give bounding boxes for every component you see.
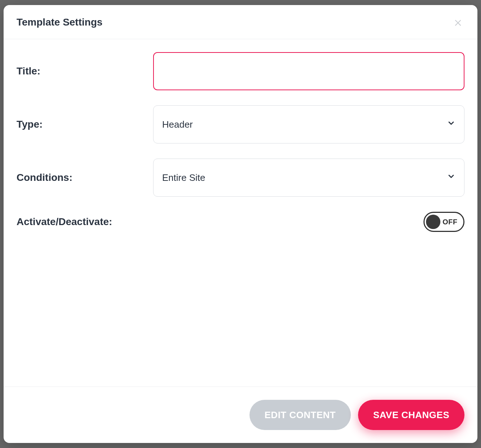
form-row-conditions: Conditions: Entire Site <box>17 159 464 197</box>
activate-toggle[interactable]: OFF <box>423 212 464 232</box>
save-changes-button[interactable]: Save Changes <box>358 400 464 430</box>
conditions-label: Conditions: <box>17 172 153 183</box>
form-row-title: Title: <box>17 52 464 90</box>
modal-header: Template Settings <box>4 5 477 39</box>
activate-label: Activate/Deactivate: <box>17 216 112 228</box>
conditions-select-value: Entire Site <box>162 172 205 183</box>
conditions-select[interactable]: Entire Site <box>153 159 464 197</box>
title-label: Title: <box>17 65 153 77</box>
edit-content-button[interactable]: Edit Content <box>249 400 351 430</box>
close-icon[interactable] <box>452 16 464 29</box>
toggle-knob <box>426 215 440 229</box>
toggle-state-label: OFF <box>443 218 458 226</box>
form-row-type: Type: Header <box>17 105 464 143</box>
modal-body: Title: Type: Header Conditions: Entire S <box>4 39 477 387</box>
modal-title: Template Settings <box>17 17 102 28</box>
conditions-select-wrap: Entire Site <box>153 159 464 197</box>
type-label: Type: <box>17 119 153 130</box>
form-row-activate: Activate/Deactivate: OFF <box>17 212 464 232</box>
chevron-down-icon <box>447 172 455 183</box>
template-settings-modal: Template Settings Title: Type: Header <box>4 5 477 443</box>
type-select-wrap: Header <box>153 105 464 143</box>
title-input-wrap <box>153 52 464 90</box>
title-input[interactable] <box>153 52 464 90</box>
type-select-value: Header <box>162 119 193 130</box>
modal-footer: Edit Content Save Changes <box>4 387 477 443</box>
chevron-down-icon <box>447 119 455 130</box>
type-select[interactable]: Header <box>153 105 464 143</box>
